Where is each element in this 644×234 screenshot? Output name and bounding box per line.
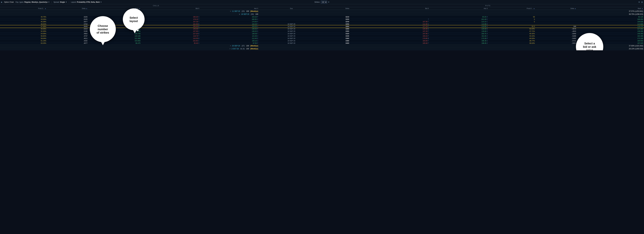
bid-call-7[interactable]: 127.20 B [141,33,200,35]
ask-call-11[interactable]: 97.55 P [200,42,259,44]
ask-call-1[interactable]: 180.95 C [200,18,259,21]
th-strike[interactable]: Strike [324,7,371,10]
expand-icon-18sep20[interactable]: ∨ [239,13,240,15]
ask-put-3[interactable]: 114.80 Z [430,23,488,25]
ask-put-5[interactable]: 129.00 E [430,28,488,30]
bid-call-9[interactable]: 110.35 B [141,37,200,40]
ask-call-8[interactable]: 121.50 Z [200,35,259,37]
th-delta-put[interactable]: Delta ▲ [536,7,577,10]
expand-icon-25sep20[interactable]: > [230,45,231,47]
ask-call-4[interactable]: 159.25 X [200,25,259,28]
ask-put-7[interactable]: 150.75 X [430,33,488,35]
bid-put-8[interactable]: 159.15 T [371,35,430,37]
ask-call-3[interactable]: 164.45 T [200,23,259,25]
ask-put-9[interactable]: 173.35 P [430,37,488,40]
exp-9: 18 SEP 20 [259,37,324,40]
prob-call-6: 52.30% [0,30,47,33]
strike-0: 3210 [324,16,371,18]
th-bid-call[interactable]: Bid X [141,7,200,10]
mark-put-0: 92.125 [577,16,644,18]
bid-put-3[interactable]: 112.40 X [371,23,430,25]
bid-put-11[interactable]: 195.60 T [371,42,430,44]
th-exp[interactable]: Exp [259,7,324,10]
option-chain-label[interactable]: Option Chain [4,1,14,3]
ask-put-11[interactable]: 198.45 Z [430,42,488,44]
bid-put-9[interactable]: 170.85 B [371,37,430,40]
group-row-25sep20[interactable]: > 25 SEP 20 (37) 100 (Weeklys) 37.93% (±… [0,44,644,47]
bid-call-3[interactable]: 161.50 B [141,23,200,25]
strikes-dropdown-icon[interactable]: ▼ [328,1,330,3]
bid-put-6[interactable]: 137.20 T [371,30,430,33]
prob-call-11: 63.29% [0,42,47,44]
bid-call-5[interactable]: 145.95 T [141,28,200,30]
group-row-2oct20[interactable]: > 2 OCT 20 ⊞ (4) 100 (Weeklys) 28.13% (±… [0,47,644,50]
ask-put-4[interactable]: 119.65 X [430,25,488,28]
delta-call-1: .6105 [47,18,88,21]
ask-put-10[interactable]: 186.30 Z [430,40,488,42]
mark-put-6: 138.400 [577,30,644,33]
strike-11: 3400 [324,42,371,44]
mark-put-5: 127.950 [577,28,644,30]
th-ask-call[interactable]: Ask X [200,7,259,10]
delta-put-0 [536,16,577,18]
bid-put-0[interactable] [371,16,430,18]
section-headers: CALLS PUTS [0,4,644,7]
layout-label: Layout: Probability OTM, Delta, Mark ▼ [71,1,102,3]
group-strike-18sep20 [324,13,371,16]
bid-call-1[interactable]: 178.15 T [141,18,200,21]
bid-call-0[interactable]: 190.20 X [141,16,200,18]
ask-put-2[interactable]: 110.15 C [430,21,488,23]
strikes-control: Strikes: 12 6 8 10 14 16 20 ▼ [314,1,330,4]
strikes-select[interactable]: 12 6 8 10 14 16 20 [321,1,327,4]
expand-icon[interactable]: ⊞ [641,1,643,3]
minimize-icon[interactable]: ▼ [638,1,640,3]
expand-icon-11sep20[interactable]: > [230,10,231,12]
exp-2 [259,21,324,23]
th-prob-call[interactable]: Prob.O... ▲ [0,7,47,10]
bid-call-11[interactable]: 95.40 X [141,42,200,44]
th-ask-put[interactable]: Ask X [430,7,488,10]
exp-6: 18 SEP 20 [259,30,324,33]
delta-call-9: .4511 [47,37,88,40]
th-mark-put[interactable]: Mark ▲ [577,7,644,10]
bid-call-8[interactable]: 118.70 T [141,35,200,37]
bid-put-2[interactable]: 107.90 T [371,21,430,23]
ask-call-6[interactable]: 138.20 D [200,30,259,33]
th-prob-put[interactable]: Prob.O... ▲ [488,7,536,10]
bid-put-10[interactable]: 183.00 T [371,40,430,42]
bid-call-2[interactable]: 167.35 T [141,21,200,23]
group-row-18sep20[interactable]: ∨ 18 SEP 20 (30) 100 38.75% (±298.023) [0,13,644,16]
delta-call-8: .4737 [47,35,88,37]
th-delta-call[interactable]: Delta ▲ [47,7,88,10]
exp-8: 18 SEP 20 [259,35,324,37]
expand-icon-2oct20[interactable]: > [230,48,230,50]
delta-put-9: -.5493 [536,37,577,40]
bid-put-5[interactable]: 126.90 E [371,28,430,30]
prob-call-8: 56.82% [0,35,47,37]
ask-call-10[interactable]: 105.10 Z [200,40,259,42]
delta-put-3 [536,23,577,25]
ask-call-5[interactable]: 148.40 P [200,28,259,30]
ask-call-0[interactable]: 193.20 P [200,16,259,18]
ask-put-8[interactable]: 161.65 Z [430,35,488,37]
ask-put-0[interactable]: 93.25 H [430,16,488,18]
group-row-11sep20[interactable]: > 11 SEP 20 (23) 100 (Weeklys) 37.57% (±… [0,10,644,13]
ask-call-7[interactable]: 130.30 T [200,33,259,35]
prob-put-10: 38.77% [488,40,536,42]
ask-call-2[interactable]: 170.05 P [200,21,259,23]
exp-11: 18 SEP 20 [259,42,324,44]
mark-put-1: 100.250 [577,18,644,21]
bid-put-1[interactable]: T [371,18,430,21]
bid-put-7[interactable]: 147.95 T [371,33,430,35]
layout-value[interactable]: Probability OTM, Delta, Mark [77,1,100,3]
bid-put-4[interactable]: 117.10 T [371,25,430,28]
ask-put-1[interactable]: 101.40 C [430,18,488,21]
bid-call-10[interactable]: 102.60 C [141,40,200,42]
spread-value[interactable]: Single [60,1,65,3]
bid-call-6[interactable]: 137.00 X [141,30,200,33]
ask-call-9[interactable]: 112.45 E [200,37,259,40]
exp-types-value[interactable]: Regular, Weeklys, Quarterlys [24,1,48,3]
bid-call-4[interactable]: 156.40 B [141,25,200,28]
th-bid-put[interactable]: Bid X [371,7,430,10]
ask-put-6[interactable]: 139.60 Z [430,30,488,33]
